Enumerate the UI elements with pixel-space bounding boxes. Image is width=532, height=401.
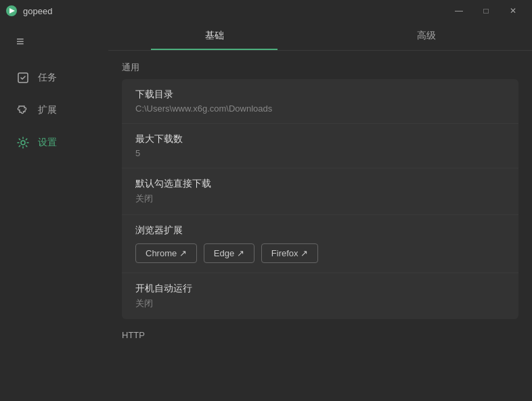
download-dir-value: C:\Users\www.x6g.com\Downloads <box>135 103 505 114</box>
browser-ext-buttons: Chrome ↗ Edge ↗ Firefox ↗ <box>135 243 505 263</box>
autostart-value: 关闭 <box>135 298 505 310</box>
sidebar-item-settings[interactable]: 设置 <box>0 126 108 159</box>
menu-icon[interactable]: ≡ <box>0 27 108 56</box>
tab-basic[interactable]: 基础 <box>108 22 320 50</box>
chrome-button[interactable]: Chrome ↗ <box>135 243 197 263</box>
content-area: 基础 高级 通用 下载目录 C:\Users\www.x6g.com\Downl… <box>108 22 532 401</box>
edge-button[interactable]: Edge ↗ <box>204 243 254 263</box>
tabs: 基础 高级 <box>108 22 532 51</box>
download-dir-label: 下载目录 <box>135 89 505 101</box>
sidebar-item-tasks[interactable]: 任务 <box>0 62 108 94</box>
firefox-button[interactable]: Firefox ↗ <box>261 243 318 263</box>
settings-icon <box>16 136 30 149</box>
sidebar-item-settings-label: 设置 <box>38 137 57 149</box>
sidebar-item-tasks-label: 任务 <box>38 72 57 84</box>
maximize-button[interactable]: □ <box>472 0 500 22</box>
direct-download-row[interactable]: 默认勾选直接下载 关闭 <box>122 168 518 215</box>
titlebar-left: gopeed <box>5 5 52 17</box>
max-downloads-value: 5 <box>135 148 505 158</box>
general-section-title: 通用 <box>122 62 518 74</box>
tasks-icon <box>16 71 30 85</box>
app-logo <box>5 5 18 17</box>
general-card: 下载目录 C:\Users\www.x6g.com\Downloads 最大下载… <box>122 79 518 319</box>
window-controls: — □ ✕ <box>445 0 527 22</box>
settings-panel: 通用 下载目录 C:\Users\www.x6g.com\Downloads 最… <box>108 51 532 401</box>
direct-download-label: 默认勾选直接下载 <box>135 178 505 190</box>
browser-ext-label: 浏览器扩展 <box>135 225 505 237</box>
direct-download-value: 关闭 <box>135 193 505 205</box>
app-body: ≡ 任务 扩展 <box>0 22 532 401</box>
max-downloads-row[interactable]: 最大下载数 5 <box>122 124 518 168</box>
max-downloads-label: 最大下载数 <box>135 133 505 145</box>
sidebar-item-extensions[interactable]: 扩展 <box>0 94 108 126</box>
browser-ext-row: 浏览器扩展 Chrome ↗ Edge ↗ Firefox ↗ <box>122 215 518 273</box>
app-title: gopeed <box>23 6 52 16</box>
sidebar: ≡ 任务 扩展 <box>0 22 108 401</box>
autostart-label: 开机自动运行 <box>135 283 505 295</box>
download-dir-row[interactable]: 下载目录 C:\Users\www.x6g.com\Downloads <box>122 79 518 124</box>
extensions-icon <box>16 103 30 117</box>
minimize-button[interactable]: — <box>445 0 472 22</box>
titlebar: gopeed — □ ✕ <box>0 0 532 22</box>
svg-point-3 <box>21 141 25 145</box>
http-section-title: HTTP <box>122 330 518 340</box>
autostart-row[interactable]: 开机自动运行 关闭 <box>122 273 518 319</box>
sidebar-item-extensions-label: 扩展 <box>38 104 57 116</box>
close-button[interactable]: ✕ <box>500 0 527 22</box>
tab-advanced[interactable]: 高级 <box>320 22 532 50</box>
